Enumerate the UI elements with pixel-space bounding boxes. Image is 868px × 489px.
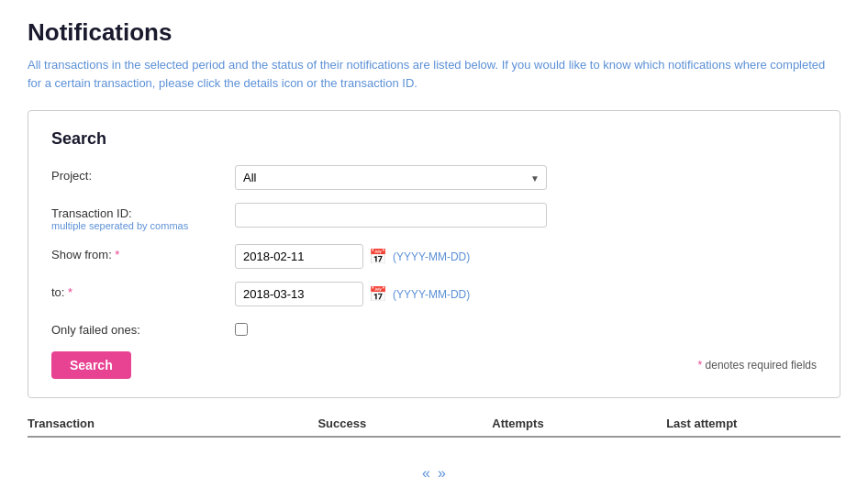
search-section-title: Search — [51, 129, 817, 149]
show-from-format-hint: (YYYY-MM-DD) — [393, 250, 470, 263]
pagination: « » — [28, 465, 840, 482]
col-header-attempts: Attempts — [492, 417, 666, 430]
to-format-hint: (YYYY-MM-DD) — [393, 288, 470, 301]
transaction-id-control — [235, 203, 817, 228]
show-from-row: Show from: * 2018-02-11 📅 (YYYY-MM-DD) — [51, 244, 817, 269]
search-button[interactable]: Search — [51, 351, 131, 379]
table-header: Transaction Success Attempts Last attemp… — [28, 417, 840, 438]
required-note-text: denotes required fields — [706, 359, 817, 372]
required-star: * — [698, 359, 703, 372]
project-control: All — [235, 165, 817, 190]
to-calendar-icon[interactable]: 📅 — [369, 285, 387, 303]
show-from-required-star: * — [115, 248, 119, 261]
intro-text: All transactions in the selected period … — [28, 56, 840, 92]
project-select[interactable]: All — [235, 165, 547, 190]
col-header-success: Success — [317, 417, 492, 430]
project-row: Project: All — [51, 165, 817, 190]
to-control: 2018-03-13 📅 (YYYY-MM-DD) — [235, 282, 817, 306]
search-footer-row: Search * denotes required fields — [51, 351, 817, 379]
required-note: * denotes required fields — [698, 359, 817, 372]
col-header-last-attempt: Last attempt — [666, 417, 840, 430]
project-select-wrapper: All — [235, 165, 547, 190]
transaction-id-sub-label: multiple seperated by commas — [51, 220, 235, 231]
search-box: Search Project: All Transaction ID: mult… — [28, 110, 840, 398]
show-from-label: Show from: * — [51, 244, 235, 261]
to-row: to: * 2018-03-13 📅 (YYYY-MM-DD) — [51, 282, 817, 306]
pagination-prev[interactable]: « — [422, 465, 430, 482]
only-failed-row: Only failed ones: — [51, 319, 817, 339]
transaction-id-label: Transaction ID: multiple seperated by co… — [51, 203, 235, 231]
only-failed-label: Only failed ones: — [51, 319, 235, 337]
show-from-control: 2018-02-11 📅 (YYYY-MM-DD) — [235, 244, 817, 269]
show-from-date-row: 2018-02-11 📅 (YYYY-MM-DD) — [235, 244, 817, 269]
col-header-transaction: Transaction — [28, 417, 317, 430]
only-failed-control — [235, 319, 817, 339]
to-required-star: * — [68, 285, 72, 299]
to-input[interactable]: 2018-03-13 — [235, 282, 363, 306]
only-failed-checkbox[interactable] — [235, 323, 248, 336]
transaction-id-row: Transaction ID: multiple seperated by co… — [51, 203, 817, 231]
pagination-next[interactable]: » — [438, 465, 446, 482]
show-from-calendar-icon[interactable]: 📅 — [369, 248, 387, 265]
project-label: Project: — [51, 165, 235, 183]
page-title: Notifications — [28, 18, 840, 47]
to-label: to: * — [51, 282, 235, 299]
to-date-row: 2018-03-13 📅 (YYYY-MM-DD) — [235, 282, 817, 306]
show-from-input[interactable]: 2018-02-11 — [235, 244, 363, 269]
transaction-id-input[interactable] — [235, 203, 547, 228]
